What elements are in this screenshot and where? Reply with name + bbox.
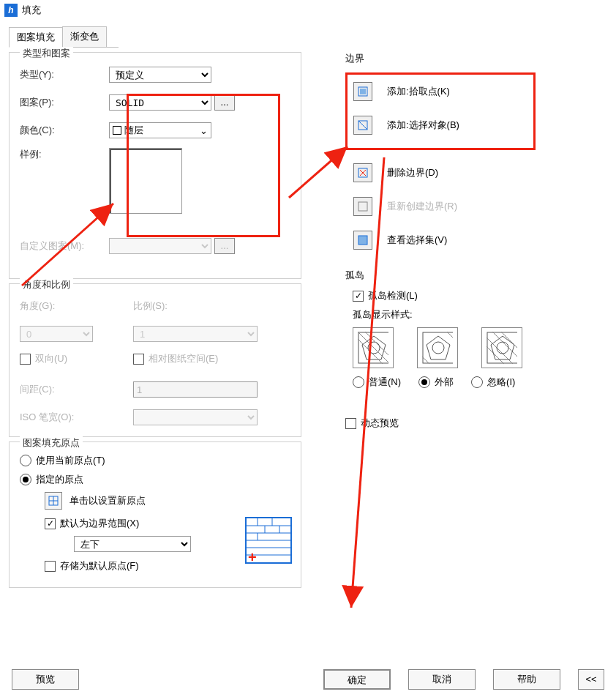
origin-preview-icon: + (245, 517, 292, 564)
recreate-boundary-icon (353, 197, 372, 216)
group-title-origin: 图案填充原点 (20, 436, 83, 450)
group-type-pattern: 类型和图案 类型(Y): 预定义 图案(P): SOLID ... 颜色(C): (9, 52, 301, 279)
label-angle: 角度(G): (20, 299, 133, 313)
select-custom-pattern (109, 238, 211, 254)
radio-use-current-origin[interactable]: 使用当前原点(T) (20, 454, 292, 467)
checkbox-dynamic-preview[interactable]: 动态预览 (345, 417, 607, 430)
checkbox-double: 双向(U) (20, 352, 133, 365)
select-scale: 1 (133, 326, 258, 342)
pick-points-icon (353, 82, 372, 101)
input-spacing (133, 381, 258, 398)
select-type[interactable]: 预定义 (109, 67, 211, 83)
island-style-ignore-icon[interactable] (481, 327, 522, 368)
button-recreate-boundary: 重新创建边界(R) (345, 195, 607, 217)
svg-rect-22 (358, 236, 367, 245)
select-origin-position[interactable]: 左下 (74, 536, 191, 552)
tab-bar: 图案填充 渐变色 (9, 26, 119, 48)
label-sample: 样例: (20, 148, 109, 161)
radio-island-outer[interactable]: 外部 (418, 376, 454, 389)
icon-click-set-origin[interactable] (45, 492, 62, 510)
button-view-selection[interactable]: 查看选择集(V) (345, 229, 607, 251)
window-title: 填充 (22, 4, 41, 17)
group-origin: 图案填充原点 使用当前原点(T) 指定的原点 单击以设置新原点 (9, 441, 301, 588)
button-preview[interactable]: 预览 (12, 669, 79, 690)
button-cancel[interactable]: 取消 (408, 669, 476, 690)
svg-rect-15 (360, 89, 366, 94)
label-click-set-origin: 单击以设置新原点 (70, 494, 146, 507)
button-expand[interactable]: << (578, 669, 604, 690)
highlight-boundary-add: 添加:拾取点(K) 添加:选择对象(B) (345, 72, 536, 150)
button-custom-browse: ... (214, 238, 235, 254)
footer: 预览 确定 取消 帮助 << (12, 669, 604, 690)
label-type: 类型(Y): (20, 68, 109, 81)
dialog-client: 图案填充 渐变色 类型和图案 类型(Y): 预定义 图案(P): SOLID .… (0, 20, 616, 697)
group-title-islands: 孤岛 (345, 269, 607, 282)
label-spacing: 间距(C): (20, 383, 133, 396)
svg-text:+: + (248, 549, 257, 562)
radio-specified-origin[interactable]: 指定的原点 (20, 473, 292, 486)
checkbox-relative: 相对图纸空间(E) (133, 352, 218, 365)
button-add-pick-points[interactable]: 添加:拾取点(K) (353, 81, 527, 102)
right-column: 边界 添加:拾取点(K) 添加:选择对象(B) 删除边界(D) (301, 48, 607, 588)
group-angle-scale: 角度和比例 角度(G): 比例(S): 0 1 双向(U) (9, 283, 301, 437)
group-title-type-pattern: 类型和图案 (20, 47, 73, 60)
label-iso: ISO 笔宽(O): (20, 411, 133, 424)
title-bar: h 填充 (0, 0, 616, 20)
label-custom-pattern: 自定义图案(M): (20, 239, 109, 253)
svg-rect-21 (358, 202, 367, 211)
left-column: 类型和图案 类型(Y): 预定义 图案(P): SOLID ... 颜色(C): (9, 48, 301, 588)
svg-marker-39 (491, 336, 514, 359)
checkbox-store-default[interactable]: 存储为默认原点(F) (45, 559, 245, 573)
radio-island-normal[interactable]: 普通(N) (353, 376, 401, 389)
checkbox-island-detect[interactable]: 孤岛检测(L) (353, 289, 607, 302)
group-title-boundary: 边界 (345, 52, 607, 65)
select-angle: 0 (20, 326, 93, 342)
remove-boundary-icon (353, 163, 372, 182)
label-color: 颜色(C): (20, 124, 109, 137)
button-remove-boundary[interactable]: 删除边界(D) (345, 162, 607, 184)
radio-island-ignore[interactable]: 忽略(I) (471, 376, 515, 389)
button-add-select-objects[interactable]: 添加:选择对象(B) (353, 114, 527, 136)
island-style-normal-icon[interactable] (353, 327, 394, 368)
svg-marker-30 (427, 336, 450, 359)
view-selection-icon (353, 231, 372, 250)
select-iso (133, 409, 258, 425)
tab-gradient[interactable]: 渐变色 (62, 26, 107, 47)
label-island-style: 孤岛显示样式: (353, 308, 607, 321)
svg-line-17 (358, 121, 367, 130)
checkbox-default-extents[interactable]: 默认为边界范围(X) (45, 517, 245, 530)
label-scale: 比例(S): (133, 299, 222, 313)
highlight-pattern (127, 94, 280, 237)
main-row: 类型和图案 类型(Y): 预定义 图案(P): SOLID ... 颜色(C): (9, 48, 607, 588)
label-pattern: 图案(P): (20, 96, 109, 109)
island-style-outer-icon[interactable] (417, 327, 458, 368)
app-icon: h (4, 4, 18, 17)
button-help[interactable]: 帮助 (493, 669, 560, 690)
tab-hatch[interactable]: 图案填充 (9, 27, 63, 48)
group-title-angle-scale: 角度和比例 (20, 278, 73, 291)
button-ok[interactable]: 确定 (323, 669, 391, 690)
svg-line-38 (501, 332, 517, 349)
svg-line-36 (487, 346, 504, 364)
select-objects-icon (353, 116, 372, 135)
svg-point-40 (497, 342, 508, 354)
